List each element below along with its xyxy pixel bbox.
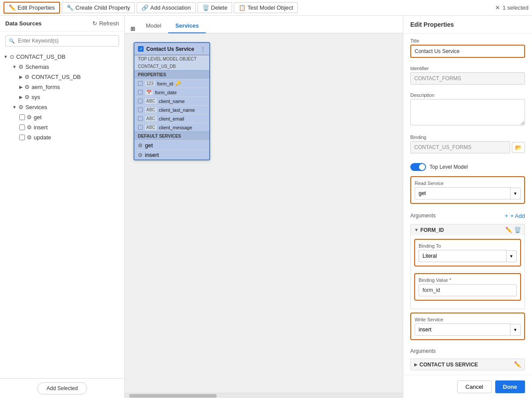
read-service-label: Read Service (415, 181, 521, 186)
add-association-button[interactable]: 🔗 Add Association (137, 2, 196, 13)
binding-value-highlight: Binding Value * (414, 273, 521, 301)
create-child-property-button[interactable]: 🔧 Create Child Property (62, 2, 135, 13)
write-argument-name: CONTACT US SERVICE (419, 362, 478, 368)
test-model-button[interactable]: 📋 Test Model Object (234, 2, 298, 13)
title-label: Title (410, 38, 525, 43)
model-card-checkbox[interactable]: ✓ (138, 46, 144, 52)
tree-item-contact-schema[interactable]: ▶ ⚙ CONTACT_US_DB (0, 72, 124, 82)
tree-item-sys[interactable]: ▶ ⚙ sys (0, 92, 124, 102)
argument-caret-icon[interactable]: ▼ (414, 227, 419, 232)
tree-item-contact-us-db[interactable]: ▼ ⊙ CONTACT_US_DB (0, 52, 124, 62)
add-argument-button[interactable]: ＋ + Add (504, 212, 525, 220)
title-group: Title (410, 38, 525, 58)
edit-properties-button[interactable]: ✏️ Edit Properties (4, 2, 60, 14)
tab-model[interactable]: Model (139, 19, 168, 33)
prop-checkbox[interactable] (138, 99, 143, 103)
binding-label: Binding (410, 135, 525, 140)
read-service-arrow-icon: ▾ (511, 188, 521, 199)
caret-icon: ▶ (19, 85, 23, 89)
tree-item-aem-forms[interactable]: ▶ ⚙ aem_forms (0, 82, 124, 92)
canvas: ⊞ Model Services ✓ Contact Us Service ⋮ … (125, 16, 403, 398)
argument-body: Binding To Literal User Profile Attribut… (411, 235, 525, 309)
delete-button[interactable]: 🗑️ Delete (197, 2, 233, 13)
argument-header: ▼ FORM_ID ✏️ 🗑️ (411, 224, 525, 235)
key-icon: 🔑 (175, 81, 181, 86)
refresh-button[interactable]: ↻ Refresh (92, 20, 119, 27)
service-insert-checkbox[interactable] (19, 124, 25, 130)
add-selected-button[interactable]: Add Selected (37, 382, 87, 394)
argument-delete-button[interactable]: 🗑️ (514, 227, 521, 233)
write-argument-actions: ✏️ (514, 361, 521, 368)
write-argument-caret-icon[interactable]: ▶ (414, 362, 418, 367)
identifier-section: Identifier (403, 64, 532, 91)
tree-item-insert[interactable]: ⚙ insert (0, 122, 124, 132)
prop-checkbox[interactable] (138, 81, 143, 86)
tab-services[interactable]: Services (168, 19, 206, 33)
service-name: get (145, 142, 153, 149)
model-card-row: ABC client_last_name (134, 105, 209, 114)
service-icon: ⚙ (27, 124, 32, 131)
model-card-row: ABC client_name (134, 96, 209, 105)
prop-name: client_last_name (159, 107, 195, 113)
read-service-section: Read Service get insert update ▾ (403, 174, 532, 210)
binding-to-select[interactable]: Literal User Profile Attribute Request A… (419, 250, 507, 262)
cancel-button[interactable]: Cancel (457, 380, 491, 393)
description-textarea[interactable] (410, 99, 525, 125)
prop-name: form_id (157, 81, 173, 86)
service-get-checkbox[interactable] (19, 114, 25, 120)
search-input[interactable] (5, 35, 119, 46)
argument-edit-button[interactable]: ✏️ (505, 227, 512, 233)
tree-item-update[interactable]: ⚙ update (0, 132, 124, 142)
binding-value-label: Binding Value * (419, 277, 517, 283)
prop-type-icon: ABC (145, 107, 157, 113)
prop-checkbox[interactable] (138, 125, 143, 130)
prop-type-icon: 📅 (145, 89, 153, 95)
add-icon: ＋ (504, 212, 509, 220)
prop-name: client_message (159, 125, 192, 130)
tree-item-services[interactable]: ▼ ⚙ Services (0, 102, 124, 112)
prop-checkbox[interactable] (138, 116, 143, 121)
write-argument-edit-button[interactable]: ✏️ (514, 361, 521, 368)
tree-item-get[interactable]: ⚙ get (0, 112, 124, 122)
argument-actions: ✏️ 🗑️ (505, 227, 521, 233)
write-service-label: Write Service (415, 317, 521, 322)
write-service-select[interactable]: get insert update (415, 323, 511, 336)
model-card-row: ABC client_email (134, 114, 209, 123)
title-input[interactable] (411, 46, 524, 57)
folder-icon: ⚙ (18, 64, 24, 70)
read-service-select[interactable]: get insert update (415, 187, 511, 199)
prop-checkbox[interactable] (138, 107, 143, 112)
canvas-scrollbar[interactable] (125, 393, 403, 398)
canvas-body: ✓ Contact Us Service ⋮ TOP LEVEL MODEL O… (125, 33, 403, 393)
edit-properties-panel-title: Edit Properties (403, 16, 532, 34)
read-service-select-row: get insert update ▾ (415, 187, 521, 199)
arguments-label: Arguments (410, 213, 436, 219)
model-card-menu-button[interactable]: ⋮ (200, 46, 206, 52)
toggle-dot (419, 164, 425, 170)
prop-type-icon: ABC (145, 116, 157, 121)
model-card-subtitle1: TOP LEVEL MODEL OBJECT (134, 55, 209, 63)
services-icon: ⚙ (18, 104, 24, 110)
binding-row: 📂 (410, 141, 525, 153)
scrollbar-thumb[interactable] (129, 394, 217, 398)
caret-icon: ▼ (12, 105, 17, 110)
test-model-icon: 📋 (239, 4, 246, 11)
binding-to-label: Binding To (419, 243, 517, 249)
model-card-service-insert: ⚙ insert (134, 150, 209, 160)
binding-value-input[interactable] (419, 284, 517, 296)
binding-browse-button[interactable]: 📂 (512, 142, 525, 153)
service-update-checkbox[interactable] (19, 135, 25, 140)
top-level-model-toggle[interactable] (410, 163, 426, 171)
description-group: Description (410, 92, 525, 127)
prop-checkbox[interactable] (138, 90, 143, 95)
binding-to-select-row: Literal User Profile Attribute Request A… (419, 250, 517, 262)
schema-icon: ⚙ (25, 84, 30, 90)
create-child-icon: 🔧 (67, 4, 74, 11)
tree-item-schemas[interactable]: ▼ ⚙ Schemas (0, 62, 124, 72)
canvas-view-icon: ⊞ (128, 24, 137, 33)
done-button[interactable]: Done (495, 380, 525, 393)
prop-type-icon: ABC (145, 124, 157, 130)
binding-input (410, 141, 510, 153)
description-section: Description (403, 91, 532, 133)
write-arguments-header: Arguments (410, 346, 525, 356)
